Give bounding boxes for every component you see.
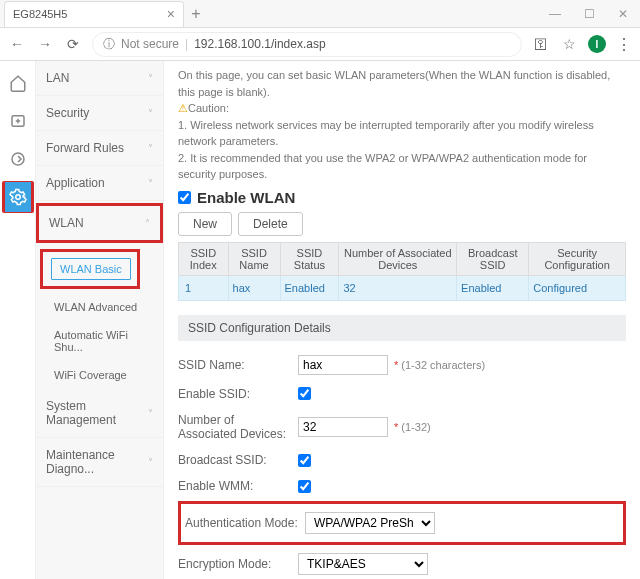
new-button[interactable]: New	[178, 212, 232, 236]
th-ssid-index: SSID Index	[179, 242, 229, 275]
enable-wlan-label: Enable WLAN	[197, 189, 295, 206]
auth-mode-select[interactable]: WPA/WPA2 PreSharedKey	[305, 512, 435, 534]
broadcast-ssid-checkbox[interactable]	[298, 454, 311, 467]
th-num-devices: Number of Associated Devices	[339, 242, 457, 275]
section-header: SSID Configuration Details	[178, 315, 626, 341]
sidebar-sub-wifi-coverage[interactable]: WiFi Coverage	[36, 361, 163, 389]
rail-settings[interactable]	[5, 182, 31, 212]
new-tab-button[interactable]: +	[184, 2, 208, 26]
close-icon[interactable]: ×	[167, 6, 175, 22]
icon-rail	[0, 61, 36, 579]
enable-wmm-label: Enable WMM:	[178, 479, 298, 493]
forward-button[interactable]: →	[36, 36, 54, 52]
sidebar-sub-wlan-basic[interactable]: WLAN Basic	[51, 258, 131, 280]
delete-button[interactable]: Delete	[238, 212, 303, 236]
table-row[interactable]: 1 hax Enabled 32 Enabled Configured	[179, 275, 626, 300]
tab-bar: EG8245H5 × + — ☐ ✕	[0, 0, 640, 28]
insecure-label: Not secure	[121, 37, 179, 51]
chevron-up-icon: ˄	[145, 218, 150, 229]
minimize-button[interactable]: —	[538, 0, 572, 28]
sidebar-item-application[interactable]: Application˅	[36, 166, 163, 201]
star-icon[interactable]: ☆	[560, 36, 578, 52]
svg-point-2	[15, 195, 20, 200]
svg-point-1	[12, 153, 24, 165]
browser-chrome: EG8245H5 × + — ☐ ✕ ← → ⟳ ⓘ Not secure | …	[0, 0, 640, 61]
chevron-down-icon: ˅	[148, 457, 153, 468]
ssid-name-input[interactable]	[298, 355, 388, 375]
sidebar-item-security[interactable]: Security˅	[36, 96, 163, 131]
sidebar-item-wlan[interactable]: WLAN˄	[36, 203, 163, 243]
broadcast-ssid-label: Broadcast SSID:	[178, 453, 298, 467]
enable-wlan-checkbox[interactable]	[178, 191, 191, 204]
sidebar-item-forward-rules[interactable]: Forward Rules˅	[36, 131, 163, 166]
url-field[interactable]: ⓘ Not secure | 192.168.100.1/index.asp	[92, 32, 522, 57]
auth-mode-label: Authentication Mode:	[185, 516, 305, 530]
chevron-down-icon: ˅	[148, 108, 153, 119]
address-bar: ← → ⟳ ⓘ Not secure | 192.168.100.1/index…	[0, 28, 640, 60]
rail-add[interactable]	[2, 105, 34, 137]
th-ssid-name: SSID Name	[228, 242, 280, 275]
insecure-icon: ⓘ	[103, 36, 115, 53]
close-window-button[interactable]: ✕	[606, 0, 640, 28]
sidebar: LAN˅ Security˅ Forward Rules˅ Applicatio…	[36, 61, 164, 579]
rail-target[interactable]	[2, 143, 34, 175]
chevron-down-icon: ˅	[148, 73, 153, 84]
profile-avatar[interactable]: I	[588, 35, 606, 53]
th-ssid-status: SSID Status	[280, 242, 339, 275]
encryption-mode-select[interactable]: TKIP&AES	[298, 553, 428, 575]
intro-text: On this page, you can set basic WLAN par…	[178, 67, 626, 183]
menu-icon[interactable]: ⋮	[616, 35, 632, 54]
enable-ssid-checkbox[interactable]	[298, 387, 311, 400]
reload-button[interactable]: ⟳	[64, 36, 82, 52]
warning-icon: ⚠	[178, 102, 188, 114]
sidebar-sub-wlan-advanced[interactable]: WLAN Advanced	[36, 293, 163, 321]
chevron-down-icon: ˅	[148, 143, 153, 154]
num-devices-label: Number of Associated Devices:	[178, 413, 298, 442]
auth-mode-highlight: Authentication Mode: WPA/WPA2 PreSharedK…	[178, 501, 626, 545]
th-security: Security Configuration	[529, 242, 626, 275]
maximize-button[interactable]: ☐	[572, 0, 606, 28]
num-devices-input[interactable]	[298, 417, 388, 437]
enable-wmm-checkbox[interactable]	[298, 480, 311, 493]
chevron-down-icon: ˅	[148, 408, 153, 419]
sidebar-item-maintenance-diagnose[interactable]: Maintenance Diagno...˅	[36, 438, 163, 487]
sidebar-sub-auto-wifi-shutdown[interactable]: Automatic WiFi Shu...	[36, 321, 163, 361]
rail-home[interactable]	[2, 67, 34, 99]
key-icon[interactable]: ⚿	[532, 36, 550, 52]
browser-tab[interactable]: EG8245H5 ×	[4, 1, 184, 27]
tab-title: EG8245H5	[13, 8, 67, 20]
chevron-down-icon: ˅	[148, 178, 153, 189]
enable-ssid-label: Enable SSID:	[178, 387, 298, 401]
encryption-mode-label: Encryption Mode:	[178, 557, 298, 571]
ssid-table: SSID Index SSID Name SSID Status Number …	[178, 242, 626, 301]
main-content: On this page, you can set basic WLAN par…	[164, 61, 640, 579]
ssid-name-label: SSID Name:	[178, 358, 298, 372]
th-broadcast: Broadcast SSID	[457, 242, 529, 275]
sidebar-item-lan[interactable]: LAN˅	[36, 61, 163, 96]
url-text: 192.168.100.1/index.asp	[194, 37, 325, 51]
back-button[interactable]: ←	[8, 36, 26, 52]
sidebar-item-system-management[interactable]: System Management˅	[36, 389, 163, 438]
